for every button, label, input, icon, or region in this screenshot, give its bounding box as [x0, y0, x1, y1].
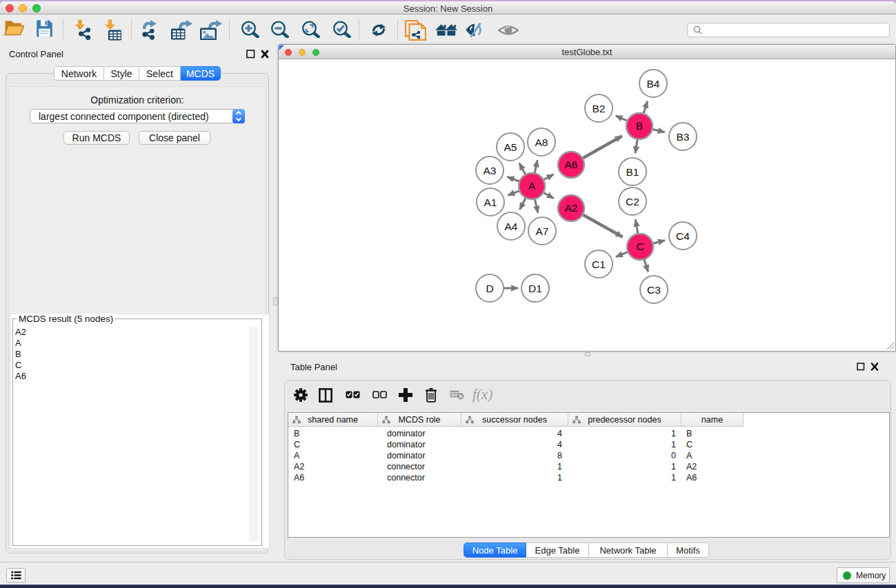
svg-text:C2: C2	[626, 196, 639, 207]
svg-text:A5: A5	[504, 141, 517, 153]
svg-text:B4: B4	[647, 78, 660, 90]
svg-text:D: D	[486, 283, 493, 294]
svg-text:C4: C4	[676, 230, 690, 242]
svg-text:B2: B2	[593, 103, 606, 114]
svg-text:A6: A6	[565, 159, 578, 170]
svg-text:C3: C3	[647, 284, 661, 296]
svg-text:C: C	[636, 241, 644, 252]
svg-text:C1: C1	[592, 258, 606, 270]
svg-text:A8: A8	[535, 136, 548, 148]
svg-text:A1: A1	[484, 196, 497, 208]
svg-text:A: A	[528, 180, 536, 192]
svg-text:B3: B3	[677, 131, 690, 143]
svg-text:B: B	[636, 120, 643, 132]
svg-text:D1: D1	[528, 283, 542, 294]
svg-text:A3: A3	[484, 165, 497, 176]
svg-text:A4: A4	[505, 221, 518, 232]
svg-text:B1: B1	[626, 166, 639, 178]
svg-text:A2: A2	[565, 202, 578, 214]
svg-text:A7: A7	[536, 225, 549, 237]
